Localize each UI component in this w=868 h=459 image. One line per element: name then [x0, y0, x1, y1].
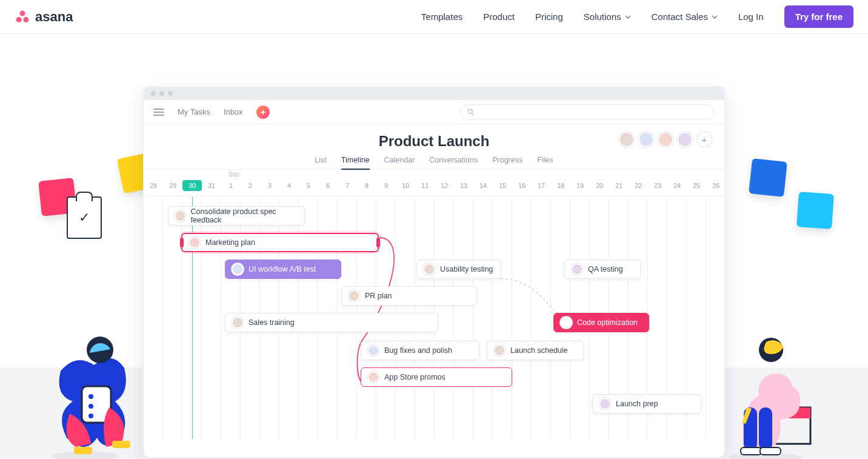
task-card[interactable]: Launch schedule	[487, 341, 584, 360]
cta-try-free[interactable]: Try for free	[784, 5, 853, 28]
project-title: Product Launch	[379, 133, 490, 150]
task-card[interactable]: Bug fixes and polish	[361, 341, 479, 360]
timeline-day[interactable]: 14	[473, 182, 493, 191]
timeline-day[interactable]: 26	[706, 182, 725, 191]
timeline-day[interactable]: 16	[512, 182, 532, 191]
svg-point-1	[16, 17, 22, 22]
timeline-day[interactable]: 21	[609, 182, 629, 191]
task-label: Sales training	[249, 318, 295, 327]
nav-product[interactable]: Product	[483, 12, 515, 22]
project-header: Product Launch + List Timeline Calendar …	[144, 124, 724, 170]
task-label: Consolidate product spec feedback	[191, 207, 298, 224]
timeline-day[interactable]: 7	[338, 182, 357, 191]
project-members: +	[619, 132, 712, 147]
task-label: Code optimization	[577, 318, 638, 327]
timeline-day[interactable]: 30	[182, 180, 202, 191]
timeline-day[interactable]: 29	[163, 182, 182, 191]
app-toolbar: My Tasks Inbox +	[144, 100, 724, 124]
timeline-day[interactable]: 2	[241, 182, 260, 191]
avatar[interactable]	[619, 132, 635, 147]
add-member-button[interactable]: +	[696, 132, 712, 147]
timeline-day[interactable]: 13	[454, 182, 473, 191]
brand-logo[interactable]: asana	[15, 9, 73, 25]
nav-contact-label: Contact Sales	[652, 12, 708, 22]
nav-solutions[interactable]: Solutions	[584, 12, 631, 22]
timeline-day[interactable]: 5	[299, 182, 318, 191]
menu-icon[interactable]	[153, 109, 164, 116]
task-label: PR plan	[365, 292, 392, 300]
timeline-day[interactable]: 1	[221, 182, 241, 191]
timeline-dates: 2829303112345678910111213141516171819202…	[144, 175, 724, 196]
sticky-note-cyan	[796, 192, 834, 229]
timeline-day[interactable]: 19	[570, 182, 590, 191]
nav-inbox[interactable]: Inbox	[224, 107, 243, 116]
timeline-day[interactable]: 24	[667, 182, 687, 191]
task-card[interactable]: PR plan	[341, 286, 477, 306]
tab-calendar[interactable]: Calendar	[384, 156, 415, 164]
task-card[interactable]: Code optimization	[553, 313, 649, 332]
timeline-day[interactable]: 12	[435, 182, 454, 191]
nav-pricing[interactable]: Pricing	[535, 12, 563, 22]
task-label: Usability testing	[440, 265, 493, 273]
clipboard-left: ✓	[67, 196, 102, 239]
brand-name: asana	[35, 9, 73, 25]
avatar[interactable]	[677, 132, 693, 147]
window-titlebar	[144, 87, 724, 100]
timeline-day[interactable]: 3	[260, 182, 279, 191]
svg-point-0	[19, 10, 25, 16]
timeline-day[interactable]: 11	[415, 182, 435, 191]
tab-progress[interactable]: Progress	[492, 156, 522, 164]
nav-mytasks[interactable]: My Tasks	[178, 107, 210, 116]
new-task-button[interactable]: +	[256, 106, 270, 119]
timeline-day[interactable]: 8	[357, 182, 376, 191]
timeline-day[interactable]: 25	[687, 182, 706, 191]
tab-list[interactable]: List	[315, 156, 326, 164]
timeline: Sep 282930311234567891011121314151617181…	[144, 170, 724, 457]
app-window: My Tasks Inbox + Product Launch + List T…	[143, 86, 725, 458]
nav-login[interactable]: Log In	[738, 12, 764, 22]
task-card[interactable]: QA testing	[564, 260, 641, 279]
svg-point-14	[759, 338, 783, 362]
task-card[interactable]: Sales training	[225, 313, 438, 332]
timeline-day[interactable]: 28	[144, 182, 163, 191]
sticky-note-pink	[38, 178, 77, 216]
timeline-day[interactable]: 6	[318, 182, 338, 191]
timeline-day[interactable]: 9	[376, 182, 396, 191]
hero: ✓ ✓ My Tas	[0, 34, 868, 458]
task-card[interactable]: Usability testing	[416, 260, 501, 279]
timeline-day[interactable]: 17	[532, 182, 551, 191]
nav-solutions-label: Solutions	[584, 12, 621, 22]
nav-templates[interactable]: Templates	[421, 12, 462, 22]
svg-point-4	[87, 337, 113, 363]
timeline-day[interactable]: 22	[629, 182, 648, 191]
project-tabs: List Timeline Calendar Conversations Pro…	[144, 156, 724, 170]
timeline-grid[interactable]: Consolidate product spec feedback Market…	[144, 196, 724, 439]
timeline-day[interactable]: 23	[648, 182, 667, 191]
timeline-day[interactable]: 10	[396, 182, 415, 191]
traffic-dot	[159, 91, 164, 96]
chevron-down-icon	[625, 14, 631, 20]
svg-line-20	[472, 113, 474, 115]
timeline-day[interactable]: 18	[551, 182, 570, 191]
task-label: Marketing plan	[205, 238, 255, 247]
tab-timeline[interactable]: Timeline	[341, 156, 370, 170]
task-card-selected[interactable]: Marketing plan	[181, 233, 379, 252]
task-label: Launch prep	[616, 400, 658, 408]
nav-contact[interactable]: Contact Sales	[652, 12, 718, 22]
traffic-dot	[151, 91, 156, 96]
task-card[interactable]: Launch prep	[592, 394, 701, 414]
task-card[interactable]: Consolidate product spec feedback	[168, 206, 305, 226]
avatar[interactable]	[638, 132, 654, 147]
search-input[interactable]	[460, 104, 715, 120]
task-label: App Store promos	[384, 373, 446, 381]
tab-files[interactable]: Files	[537, 156, 553, 164]
timeline-day[interactable]: 4	[279, 182, 299, 191]
task-card[interactable]: App Store promos	[361, 367, 512, 387]
task-card[interactable]: UI workflow A/B test	[225, 260, 341, 279]
timeline-day[interactable]: 31	[202, 182, 221, 191]
timeline-day[interactable]: 20	[590, 182, 609, 191]
task-label: QA testing	[588, 265, 623, 273]
tab-conversations[interactable]: Conversations	[429, 156, 478, 164]
timeline-day[interactable]: 15	[493, 182, 512, 191]
avatar[interactable]	[658, 132, 673, 147]
